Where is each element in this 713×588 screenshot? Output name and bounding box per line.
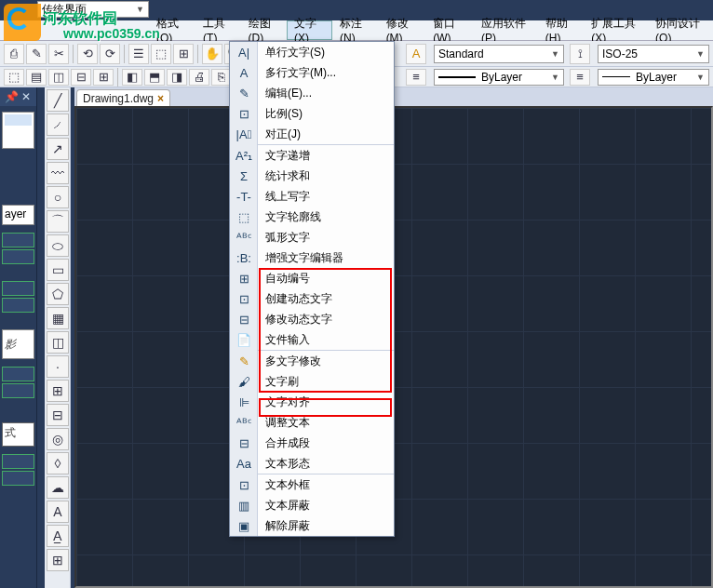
menu-collab[interactable]: 协同设计(O) xyxy=(648,20,713,40)
menu-item-text-outline[interactable]: ⬚ 文字轮廓线 xyxy=(230,207,394,227)
tool-icon[interactable]: ✂ xyxy=(48,44,69,64)
table-icon[interactable]: ⊞ xyxy=(47,549,69,571)
donut-icon[interactable]: ◎ xyxy=(47,428,69,450)
tool-icon[interactable]: ⎙ xyxy=(4,44,24,64)
hatch-icon[interactable]: ▦ xyxy=(47,307,69,329)
menu-item-create-dynamic[interactable]: ⊡ 创建动态文字 xyxy=(230,288,394,309)
menu-item-enhanced-editor[interactable]: :B: 增强文字编辑器 xyxy=(230,247,394,268)
menu-item-edit-text[interactable]: ✎ 编辑(E)... xyxy=(230,83,394,103)
menu-item-text-brush[interactable]: 🖌 文字刷 xyxy=(230,371,394,392)
menu-item-auto-number[interactable]: ⊞ 自动编号 xyxy=(230,268,394,288)
tool-icon[interactable]: ⬚ xyxy=(151,44,171,64)
menu-item-file-input[interactable]: 📄 文件输入 xyxy=(230,329,394,350)
linetype-icon[interactable]: ≡ xyxy=(570,69,590,86)
polyline-icon[interactable]: ⟋ xyxy=(47,114,69,136)
ui-style-label: 传统界面 xyxy=(42,2,87,18)
panel-row[interactable] xyxy=(2,233,34,247)
panel-row[interactable] xyxy=(2,249,34,264)
panel-row[interactable] xyxy=(2,281,34,296)
tool-icon[interactable]: ⬚ xyxy=(4,69,24,86)
ray-icon[interactable]: ↗ xyxy=(47,138,69,160)
tool-icon[interactable]: ⊟ xyxy=(71,69,91,86)
tool-icon[interactable]: ◫ xyxy=(48,69,69,86)
tool-icon[interactable]: ⊞ xyxy=(93,69,114,86)
panel-row[interactable] xyxy=(2,298,34,313)
polygon-icon[interactable]: ⬠ xyxy=(47,283,69,305)
tool-icon[interactable]: ☰ xyxy=(128,44,149,64)
menu-modify[interactable]: 修改(M) xyxy=(379,20,426,40)
panel-row[interactable] xyxy=(2,367,34,381)
menu-item-text-frame[interactable]: ⊡ 文本外框 xyxy=(230,474,394,495)
block-icon[interactable]: ⊞ xyxy=(47,380,69,402)
menu-item-increment[interactable]: A²₁ 文字递增 xyxy=(230,145,394,166)
ui-style-dropdown[interactable]: 传统界面 ▼ xyxy=(37,1,149,18)
menu-annotate[interactable]: 标注(N) xyxy=(332,20,379,40)
mtext-icon[interactable]: A̲ xyxy=(47,525,69,547)
tool-icon[interactable]: ⟳ xyxy=(100,44,120,64)
menu-tools[interactable]: 工具(T) xyxy=(195,20,240,40)
spline-icon[interactable]: 〰 xyxy=(47,162,69,184)
text-icon[interactable]: A xyxy=(47,501,69,523)
menu-draw[interactable]: 绘图(D) xyxy=(241,20,288,40)
menu-extensions[interactable]: 扩展工具(X) xyxy=(584,20,648,40)
menu-item-text-align[interactable]: ⊫ 文字对齐 xyxy=(230,392,394,412)
print-icon[interactable]: 🖨 xyxy=(189,69,209,86)
menu-item-scale[interactable]: ⊡ 比例(S) xyxy=(230,103,394,124)
ellipse-icon[interactable]: ⬭ xyxy=(47,234,69,257)
menu-item-adjust-text[interactable]: ᴬᴮᶜ 调整文本 xyxy=(230,412,394,433)
tool-icon[interactable]: ✎ xyxy=(26,44,47,64)
revision-icon[interactable]: ☁ xyxy=(47,476,69,499)
tool-icon[interactable]: ▤ xyxy=(26,69,47,86)
entity-box[interactable]: 式 xyxy=(2,422,34,447)
dim-style-icon[interactable]: ⟟ xyxy=(570,44,590,64)
menu-item-text-on-line[interactable]: -T- 线上写字 xyxy=(230,186,394,207)
color-combo[interactable]: ByLayer ▼ xyxy=(434,69,564,86)
lineweight-icon[interactable]: ≡ xyxy=(406,69,426,86)
menu-item-arc-text[interactable]: ᴬᴮᶜ 弧形文字 xyxy=(230,227,394,247)
circle-icon[interactable]: ○ xyxy=(47,186,69,208)
menu-text[interactable]: 文字(X) xyxy=(287,20,332,40)
layer-props[interactable]: 影 xyxy=(2,329,34,359)
text-style-icon[interactable]: A xyxy=(406,44,426,64)
panel-row[interactable] xyxy=(2,471,34,486)
menu-item-text-shape[interactable]: Aa 文本形态 xyxy=(230,453,394,474)
insert-icon[interactable]: ⊟ xyxy=(47,404,69,426)
menu-window[interactable]: 窗口(W) xyxy=(425,20,474,40)
menu-item-text-mask[interactable]: ▥ 文本屏蔽 xyxy=(230,495,394,515)
tool-icon[interactable]: ⊞ xyxy=(173,44,194,64)
menu-item-edit-dynamic[interactable]: ⊟ 修改动态文字 xyxy=(230,309,394,329)
layer-filter[interactable]: ayer xyxy=(2,205,34,225)
tab-close-icon[interactable]: × xyxy=(157,92,164,105)
pan-icon[interactable]: ✋ xyxy=(202,44,222,64)
region-icon[interactable]: ◫ xyxy=(47,331,69,354)
panel-row[interactable] xyxy=(2,454,34,469)
menu-item-sum[interactable]: Σ 统计求和 xyxy=(230,166,394,186)
panel-row[interactable] xyxy=(2,383,34,398)
document-tab[interactable]: Drawing1.dwg × xyxy=(76,89,170,106)
text-style-combo[interactable]: Standard ▼ xyxy=(434,45,564,63)
arc-icon[interactable]: ⌒ xyxy=(47,210,69,233)
dim-style-combo[interactable]: ISO-25 ▼ xyxy=(598,45,709,63)
tool-icon[interactable]: ◧ xyxy=(122,69,142,86)
menu-format[interactable]: 格式(O) xyxy=(149,20,195,40)
menu-apps[interactable]: 应用软件(P) xyxy=(474,20,538,40)
pin-icon[interactable]: 📌 xyxy=(5,90,18,103)
rectangle-icon[interactable]: ▭ xyxy=(47,259,69,281)
menu-item-multi-modify[interactable]: ✎ 多文字修改 xyxy=(230,351,394,371)
line-icon[interactable]: ╱ xyxy=(47,89,69,112)
layer-list[interactable] xyxy=(2,112,34,149)
point-icon[interactable]: · xyxy=(47,355,69,378)
menu-item-justify[interactable]: |A⃞ 对正(J) xyxy=(230,124,394,144)
tool-icon[interactable]: ⬒ xyxy=(144,69,165,86)
menu-item-unmask[interactable]: ▣ 解除屏蔽 xyxy=(230,515,394,536)
tool-icon[interactable]: ◨ xyxy=(167,69,187,86)
linetype-combo[interactable]: ByLayer ▼ xyxy=(598,69,709,86)
close-icon[interactable]: ✕ xyxy=(20,90,33,103)
menu-item-merge-paragraph[interactable]: ⊟ 合并成段 xyxy=(230,433,394,453)
menu-help[interactable]: 帮助(H) xyxy=(538,20,585,40)
tool-icon[interactable]: ⟲ xyxy=(77,44,98,64)
menu-item-single-text[interactable]: A| 单行文字(S) xyxy=(230,42,394,62)
separator xyxy=(197,45,198,63)
menu-item-multi-text[interactable]: A 多行文字(M)... xyxy=(230,62,394,83)
wipeout-icon[interactable]: ◊ xyxy=(47,452,69,474)
